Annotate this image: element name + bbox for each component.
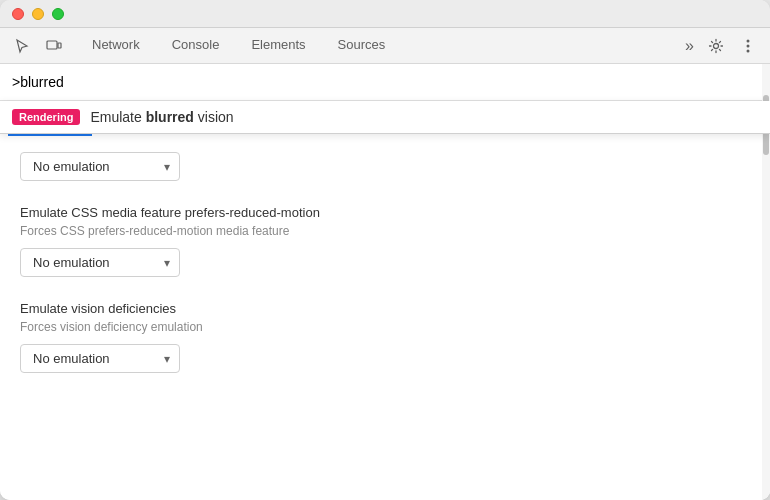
dropdown-1[interactable]: No emulation (20, 152, 180, 181)
dropdown-2[interactable]: No emulation (20, 248, 180, 277)
dropdown-3[interactable]: No emulation (20, 344, 180, 373)
command-search-bar[interactable] (0, 64, 770, 101)
section-2-title: Emulate CSS media feature prefers-reduce… (20, 205, 750, 220)
svg-rect-1 (58, 43, 61, 48)
title-bar (0, 0, 770, 28)
tab-bar-right-controls: » (673, 28, 770, 63)
autocomplete-bold-text: blurred (146, 109, 194, 125)
minimize-button[interactable] (32, 8, 44, 20)
more-tabs-button[interactable]: » (681, 37, 698, 55)
close-button[interactable] (12, 8, 24, 20)
section-3-subtitle: Forces vision deficiency emulation (20, 320, 750, 334)
svg-point-4 (747, 44, 750, 47)
cursor-icon[interactable] (8, 32, 36, 60)
svg-point-3 (747, 39, 750, 42)
tab-sources[interactable]: Sources (322, 28, 402, 63)
dropdown-2-wrapper: No emulation ▾ (20, 248, 180, 277)
search-input[interactable] (12, 74, 758, 90)
tab-bar-left-icons (0, 28, 76, 63)
section-2: Emulate CSS media feature prefers-reduce… (20, 205, 750, 277)
autocomplete-tag: Rendering (12, 109, 80, 125)
main-content-area: No emulation ▾ Emulate CSS media feature… (0, 136, 770, 500)
svg-point-2 (714, 43, 719, 48)
tab-network[interactable]: Network (76, 28, 156, 63)
dropdown-3-wrapper: No emulation ▾ (20, 344, 180, 373)
tab-elements[interactable]: Elements (235, 28, 321, 63)
tab-bar: Network Console Elements Sources » (0, 28, 770, 64)
svg-point-5 (747, 49, 750, 52)
section-3: Emulate vision deficiencies Forces visio… (20, 301, 750, 373)
section-3-title: Emulate vision deficiencies (20, 301, 750, 316)
device-emulation-icon[interactable] (40, 32, 68, 60)
traffic-lights (12, 8, 64, 20)
fullscreen-button[interactable] (52, 8, 64, 20)
tabs-list: Network Console Elements Sources (76, 28, 673, 63)
tab-console[interactable]: Console (156, 28, 236, 63)
autocomplete-suggestion-text: Emulate blurred vision (90, 109, 233, 125)
section-1: No emulation ▾ (20, 152, 750, 181)
section-2-subtitle: Forces CSS prefers-reduced-motion media … (20, 224, 750, 238)
kebab-menu-button[interactable] (734, 32, 762, 60)
search-input-wrapper (12, 74, 758, 90)
autocomplete-dropdown[interactable]: Rendering Emulate blurred vision (0, 101, 770, 134)
settings-button[interactable] (702, 32, 730, 60)
svg-rect-0 (47, 41, 57, 49)
dropdown-1-wrapper: No emulation ▾ (20, 152, 180, 181)
devtools-panel: Network Console Elements Sources » (0, 28, 770, 500)
